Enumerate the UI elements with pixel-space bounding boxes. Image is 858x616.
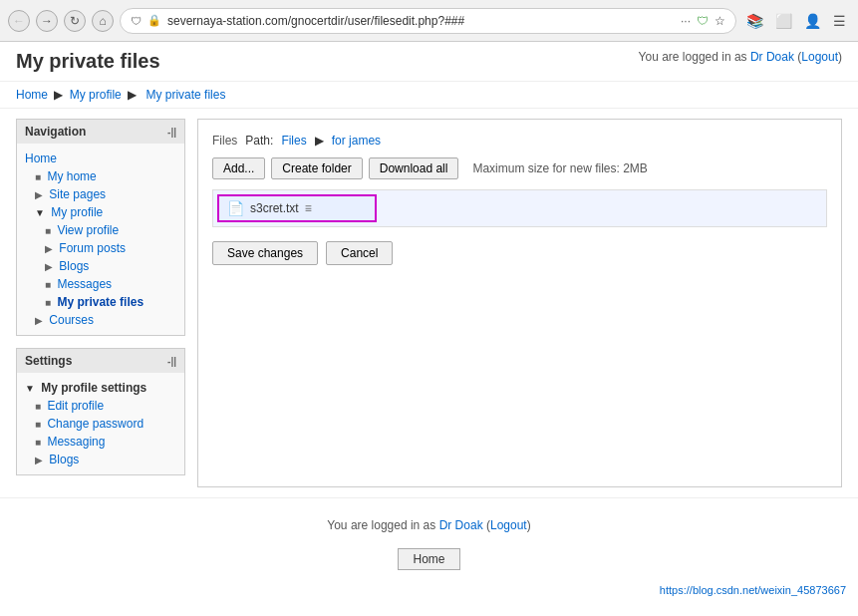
bullet-icon6: ■ (35, 419, 41, 430)
privatefiles-link[interactable]: My private files (57, 295, 143, 309)
bullet-icon7: ■ (35, 437, 41, 448)
settings-blogs-link[interactable]: Blogs (49, 453, 79, 466)
sidebar-item-changepassword[interactable]: ■ Change password (25, 415, 176, 433)
reload-button[interactable]: ↻ (64, 10, 86, 32)
breadcrumb-profile[interactable]: My profile (70, 88, 122, 102)
sidebar-item-settings-blogs[interactable]: ▶ Blogs (25, 451, 176, 468)
page-footer: You are logged in as Dr Doak (Logout) Ho… (0, 497, 858, 580)
settings-block-header: Settings -|| (17, 349, 184, 373)
breadcrumb-current: My private files (145, 88, 225, 102)
settings-block-controls[interactable]: -|| (167, 356, 176, 367)
create-folder-button[interactable]: Create folder (271, 157, 362, 179)
login-info: You are logged in as Dr Doak (Logout) (639, 50, 842, 64)
sidebar-item-myhome[interactable]: ■ My home (25, 167, 176, 185)
main-content: Navigation -|| Home ■ My home ▶ Site pag… (0, 109, 858, 497)
sitepages-link[interactable]: Site pages (49, 187, 106, 201)
home-nav-icon: ⌂ (99, 14, 106, 28)
file-icon: 📄 (227, 200, 244, 216)
arrow-icon3: ▶ (45, 261, 53, 272)
messaging-link[interactable]: Messaging (47, 435, 105, 449)
browser-chrome: ← → ↻ ⌂ 🛡 🔒 severnaya-station.com/gnocer… (0, 0, 858, 42)
file-item[interactable]: 📄 s3cret.txt ≡ (217, 194, 377, 222)
arrow-icon5: ▶ (35, 455, 43, 465)
save-changes-button[interactable]: Save changes (212, 241, 318, 265)
logout-link[interactable]: Logout (801, 50, 838, 64)
path-link2[interactable]: for james (332, 134, 381, 148)
settings-block-content: ▼ My profile settings ■ Edit profile ■ C… (17, 373, 184, 474)
sidebar-item-forumposts[interactable]: ▶ Forum posts (25, 239, 176, 257)
library-icon[interactable]: 📚 (742, 11, 767, 31)
sidebar-item-courses[interactable]: ▶ Courses (25, 311, 176, 329)
max-size-label: Maximum size for new files: 2MB (472, 161, 647, 175)
bullet-icon3: ■ (45, 279, 51, 290)
blogs-link[interactable]: Blogs (59, 259, 89, 273)
file-name: s3cret.txt (250, 201, 299, 215)
home-link[interactable]: Home (25, 152, 57, 165)
file-menu-icon[interactable]: ≡ (305, 201, 312, 215)
username-link[interactable]: Dr Doak (750, 50, 794, 64)
arrow-icon: ▶ (35, 189, 43, 200)
path-label: Path: (245, 134, 273, 148)
files-area: Files Path: Files ▶ for james Add... Cre… (197, 119, 842, 487)
breadcrumb: Home ▶ My profile ▶ My private files (0, 82, 858, 109)
dots-menu[interactable]: ··· (681, 14, 691, 28)
navigation-block-header: Navigation -|| (17, 120, 184, 144)
sidebar-item-privatfiles[interactable]: ■ My private files (25, 293, 176, 311)
path-link1[interactable]: Files (281, 134, 306, 148)
myprofile-link[interactable]: My profile (51, 205, 103, 219)
page-title: My private files (16, 50, 160, 73)
sidebar: Navigation -|| Home ■ My home ▶ Site pag… (16, 119, 185, 487)
sidebar-item-messages[interactable]: ■ Messages (25, 275, 176, 293)
page-header: My private files You are logged in as Dr… (0, 42, 858, 82)
sidebar-item-home[interactable]: Home (25, 150, 176, 167)
files-label: Files (212, 134, 237, 148)
footer-login-info: You are logged in as Dr Doak (Logout) (16, 518, 842, 532)
sidebar-item-messaging[interactable]: ■ Messaging (25, 433, 176, 451)
reload-icon: ↻ (70, 14, 80, 28)
url-text: severnaya-station.com/gnocertdir/user/fi… (167, 14, 675, 28)
back-icon: ← (13, 14, 25, 28)
footer-logout-link[interactable]: Logout (490, 518, 527, 532)
file-row-container: 📄 s3cret.txt ≡ (212, 189, 827, 227)
breadcrumb-sep2: ▶ (128, 88, 137, 102)
bookmark-icon[interactable]: ☆ (715, 14, 725, 28)
footer-home-button[interactable]: Home (398, 548, 459, 570)
viewprofile-link[interactable]: View profile (57, 223, 119, 237)
sidebar-item-blogs[interactable]: ▶ Blogs (25, 257, 176, 275)
cancel-button[interactable]: Cancel (326, 241, 393, 265)
back-button[interactable]: ← (8, 10, 30, 32)
forward-button[interactable]: → (36, 10, 58, 32)
navigation-block: Navigation -|| Home ■ My home ▶ Site pag… (16, 119, 185, 336)
path-sep: ▶ (315, 134, 324, 148)
footer-username-link[interactable]: Dr Doak (439, 518, 483, 532)
courses-link[interactable]: Courses (49, 313, 94, 327)
sidebar-item-viewprofile[interactable]: ■ View profile (25, 221, 176, 239)
file-list: 📄 s3cret.txt ≡ (212, 189, 827, 227)
bullet-icon: ■ (35, 171, 41, 182)
sidebar-item-profilesettings[interactable]: ▼ My profile settings (25, 379, 176, 397)
navigation-block-controls[interactable]: -|| (167, 127, 176, 138)
editprofile-link[interactable]: Edit profile (47, 399, 104, 413)
add-button[interactable]: Add... (212, 157, 265, 179)
arrow-icon4: ▶ (35, 315, 43, 326)
myhome-link[interactable]: My home (47, 169, 96, 183)
breadcrumb-sep1: ▶ (54, 88, 63, 102)
forumposts-link[interactable]: Forum posts (59, 241, 126, 255)
bullet-icon5: ■ (35, 401, 41, 412)
address-bar[interactable]: 🛡 🔒 severnaya-station.com/gnocertdir/use… (120, 8, 736, 34)
tab-icon[interactable]: ⬜ (771, 11, 796, 31)
sidebar-item-sitepages[interactable]: ▶ Site pages (25, 185, 176, 203)
messages-link[interactable]: Messages (57, 277, 112, 291)
arrow-down-icon2: ▼ (25, 383, 35, 394)
menu-icon[interactable]: ☰ (829, 11, 850, 31)
profile-icon[interactable]: 👤 (800, 11, 825, 31)
shield-icon: 🛡 (131, 15, 142, 27)
download-all-button[interactable]: Download all (369, 157, 459, 179)
changepassword-link[interactable]: Change password (47, 417, 143, 431)
home-nav-button[interactable]: ⌂ (92, 10, 114, 32)
lock-icon: 🔒 (147, 14, 161, 27)
action-buttons: Save changes Cancel (212, 241, 827, 265)
sidebar-item-myprofile[interactable]: ▼ My profile (25, 203, 176, 221)
sidebar-item-editprofile[interactable]: ■ Edit profile (25, 397, 176, 415)
breadcrumb-home[interactable]: Home (16, 88, 48, 102)
